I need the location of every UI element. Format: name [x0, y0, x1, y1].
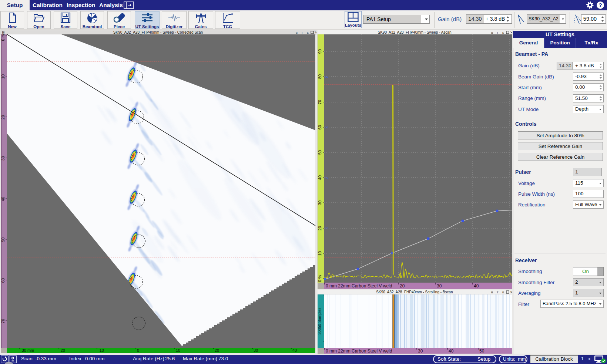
svg-text:-20: -20: [59, 348, 65, 353]
svg-text:40: 40: [474, 283, 479, 289]
svg-text:?: ?: [598, 2, 602, 8]
svg-text:40: 40: [325, 176, 328, 179]
svg-text:40: 40: [1, 197, 5, 201]
svg-text:10: 10: [318, 251, 322, 256]
svg-text:T: T: [497, 291, 499, 294]
svg-text:B: B: [296, 31, 298, 34]
svg-text:10: 10: [1, 74, 5, 79]
svg-text:40: 40: [449, 348, 454, 354]
svg-text:80: 80: [318, 74, 322, 79]
svg-text:70: 70: [1, 319, 5, 323]
svg-text:E: E: [502, 31, 504, 34]
svg-text:E: E: [502, 291, 504, 294]
svg-text:B: B: [491, 291, 493, 294]
svg-text:30: 30: [254, 348, 258, 353]
svg-text:20: 20: [325, 227, 328, 230]
svg-text:30: 30: [437, 283, 442, 289]
svg-text:0 mm 22mm Carbon Steel V weld: 0 mm 22mm Carbon Steel V weld: [326, 283, 392, 289]
svg-text:0 %: 0 %: [318, 275, 322, 282]
svg-text:✕: ✕: [510, 31, 512, 34]
svg-text:-10: -10: [98, 348, 104, 353]
svg-text:10: 10: [176, 348, 180, 353]
svg-text:0 mm: 0 mm: [1, 31, 5, 41]
svg-text:E: E: [307, 31, 309, 34]
svg-text:50: 50: [318, 150, 322, 155]
svg-text:✕: ✕: [510, 290, 512, 294]
svg-text:40: 40: [292, 348, 297, 353]
svg-text:20: 20: [400, 283, 405, 289]
svg-text:T: T: [497, 31, 499, 34]
svg-text:50: 50: [479, 348, 484, 354]
svg-text:T: T: [301, 31, 303, 34]
svg-text:30: 30: [1, 156, 5, 161]
svg-text:90: 90: [318, 49, 322, 54]
svg-text:SK90 A32 A28 FHP40mm - Swee: SK90 A32 A28 FHP40mm - Sweep - Ascan: [378, 30, 452, 34]
svg-text:30: 30: [318, 200, 322, 205]
svg-text:20: 20: [215, 348, 219, 353]
svg-text:SK90_A32_A28_FHP40mm - Sweep -: SK90_A32_A28_FHP40mm - Sweep - Corrected…: [113, 30, 203, 34]
svg-text:-30 mm: -30 mm: [20, 348, 34, 353]
svg-text:70: 70: [318, 100, 322, 104]
svg-text:80: 80: [325, 75, 328, 78]
svg-text:50: 50: [1, 237, 5, 242]
svg-text:0 mm 22mm Carbon Steel V weld: 0 mm 22mm Carbon Steel V weld: [326, 348, 392, 354]
svg-text:SK90 A32 A28 FHP40mm - Scro: SK90 A32 A28 FHP40mm - Scrolling - Bscan: [376, 290, 453, 294]
svg-text:20: 20: [318, 226, 322, 230]
svg-text:40: 40: [318, 175, 322, 180]
svg-text:B: B: [491, 31, 493, 34]
svg-text:✕: ✕: [315, 31, 316, 34]
svg-text:20: 20: [1, 115, 5, 119]
svg-text:60: 60: [325, 126, 328, 129]
svg-text:0: 0: [137, 348, 139, 353]
svg-text:60: 60: [1, 278, 5, 283]
svg-text:60: 60: [318, 125, 322, 129]
svg-text:30: 30: [418, 348, 423, 354]
svg-text:30050 Samples: 30050 Samples: [318, 308, 322, 335]
